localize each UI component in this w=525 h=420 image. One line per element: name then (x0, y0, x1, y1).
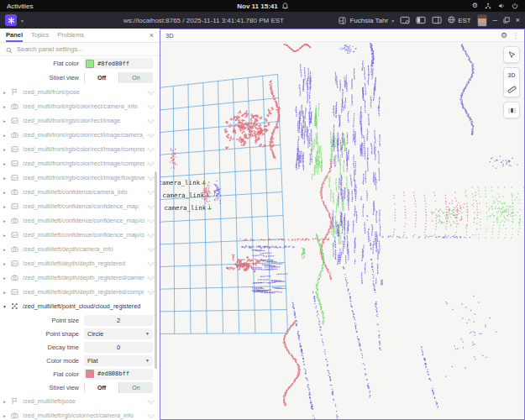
caret-right-icon[interactable]: ▸ (3, 247, 11, 252)
visibility-icon[interactable] (144, 398, 155, 404)
avatar[interactable] (477, 14, 487, 27)
caret-right-icon[interactable]: ▸ (3, 261, 11, 266)
toggle-on[interactable]: On (119, 382, 153, 393)
topic-row[interactable]: ▸/zed_multi/front/rgb/color/rect/camera_… (0, 99, 160, 113)
timezone-indicator[interactable]: EST (448, 16, 471, 25)
toggle-off[interactable]: Off (84, 382, 119, 393)
caret-right-icon[interactable]: ▸ (3, 147, 11, 152)
chevron-down-icon: ▼ (145, 358, 150, 363)
setting-label: Flat color (0, 60, 84, 67)
topic-path: /zed_multi/left/confidence/confidence_ma… (23, 231, 144, 239)
camera-icon (11, 102, 22, 110)
visibility-icon[interactable] (144, 132, 155, 138)
caret-right-icon[interactable]: ▸ (3, 204, 11, 209)
topic-row[interactable]: ▸/zed_multi/front/rgb/color/rect/image (0, 113, 160, 128)
topic-row[interactable]: ▸/zed_multi/left/depth/depth_registered/… (0, 285, 160, 299)
caret-right-icon[interactable]: ▸ (3, 90, 11, 95)
caret-right-icon[interactable]: ▸ (3, 104, 11, 109)
panel-add-icon[interactable] (400, 16, 410, 24)
visibility-icon[interactable] (144, 146, 155, 152)
image-icon (11, 202, 22, 210)
3d-mode-button[interactable]: 3D (504, 68, 519, 82)
topic-row[interactable]: ▸/zed_multi/left/depth/camera_info (0, 242, 160, 256)
caret-right-icon[interactable]: ▸ (3, 290, 11, 295)
visibility-icon[interactable] (144, 103, 155, 109)
user-menu[interactable]: Fuchsia Tahr ▾ (339, 17, 394, 24)
settings-tray-icon[interactable]: ⚙ (472, 3, 478, 9)
caret-right-icon[interactable]: ▸ (3, 233, 11, 238)
visibility-icon[interactable] (144, 118, 155, 123)
sidebar-close-icon[interactable]: × (150, 32, 154, 39)
3d-panel[interactable]: 3D ⚙ ⋮ camera_linkcamera_linkcamera_link… (160, 29, 525, 420)
topic-row[interactable]: ▸/zed_multi/left/confidence/confidence_m… (0, 199, 160, 213)
app-menu-chevron-icon[interactable]: ▾ (21, 18, 24, 24)
color-swatch[interactable] (86, 370, 94, 378)
topic-row[interactable]: ▸/zed_multi/left/rgb/color/rect/camera_i… (0, 408, 160, 420)
topic-row[interactable]: ▸/zed_multi/left/confidence/camera_info (0, 185, 160, 199)
stixel-toggle[interactable]: OffOn (84, 382, 153, 393)
topic-row[interactable]: ▸/zed_multi/left/pose (0, 394, 160, 408)
close-icon[interactable]: × (516, 17, 520, 24)
visibility-icon[interactable] (144, 160, 155, 166)
caret-right-icon[interactable]: ▸ (3, 118, 11, 123)
topic-row[interactable]: ▸/zed_multi/front/pose (0, 85, 160, 99)
topic-row[interactable]: ▸/zed_multi/front/rgb/color/rect/image/c… (0, 156, 160, 171)
topic-row[interactable]: ▸/zed_multi/front/rgb/color/rect/image/c… (0, 142, 160, 156)
clock[interactable]: Nov 11 15:41 (237, 3, 277, 10)
network-tray-icon[interactable] (485, 3, 491, 9)
caret-right-icon[interactable]: ▸ (3, 218, 11, 223)
stixel-toggle[interactable]: OffOn (84, 72, 153, 83)
color-input[interactable]: #ed808bff (84, 369, 153, 380)
caret-right-icon[interactable]: ▸ (3, 133, 11, 138)
volume-tray-icon[interactable] (498, 3, 505, 9)
power-tray-icon[interactable] (512, 3, 518, 9)
connection-status[interactable]: ws://localhost:8765 / 2025-11-11 3:41:41… (101, 17, 307, 24)
tab-problems[interactable]: Problems (57, 29, 84, 42)
search-panel-settings[interactable]: Search panel settings... (0, 43, 160, 56)
topic-path: /zed_multi/front/rgb/color/rect/image/co… (23, 145, 144, 153)
activities-button[interactable]: Activities (7, 3, 34, 10)
topic-row[interactable]: ▸/zed_multi/left/depth/depth_registered (0, 256, 160, 270)
topic-row[interactable]: ▾/zed_multi/left/point_cloud/cloud_regis… (0, 299, 160, 313)
color-swatch[interactable] (86, 60, 94, 68)
visibility-icon[interactable] (144, 412, 155, 418)
3d-scene[interactable]: camera_linkcamera_linkcamera_link 3D (160, 42, 524, 419)
toggle-off[interactable]: Off (84, 72, 119, 83)
caret-right-icon[interactable]: ▸ (3, 413, 11, 418)
panel-settings-gear-icon[interactable]: ⚙ (501, 32, 507, 39)
topic-row[interactable]: ▸/zed_multi/front/rgb/color/rect/image/c… (0, 128, 160, 142)
caret-down-icon[interactable]: ▾ (3, 304, 11, 309)
topic-row[interactable]: ▸/zed_multi/front/rgb/color/rect/image/f… (0, 171, 160, 185)
select-input[interactable]: Flat▼ (84, 355, 153, 366)
color-input[interactable]: #8fed80ff (84, 58, 153, 69)
topic-row[interactable]: ▸/zed_multi/left/confidence/confidence_m… (0, 213, 160, 228)
measure-button[interactable] (504, 82, 519, 97)
panel-menu-icon[interactable]: ⋮ (512, 32, 519, 39)
tab-panel[interactable]: Panel (6, 29, 23, 42)
publish-pose-button[interactable] (503, 46, 520, 63)
right-sidebar-toggle-icon[interactable] (432, 16, 442, 24)
sidebar-scrollbar[interactable] (155, 171, 157, 369)
restore-icon[interactable] (503, 17, 510, 24)
frame-label: camera_link (163, 192, 211, 199)
frame-label-text: camera_link (165, 204, 207, 212)
pointcloud-canvas[interactable] (160, 42, 524, 419)
number-input[interactable]: 0 (84, 342, 153, 353)
caret-right-icon[interactable]: ▸ (3, 190, 11, 195)
topic-row[interactable]: ▸/zed_multi/left/confidence/confidence_m… (0, 228, 160, 242)
tab-topics[interactable]: Topics (31, 29, 49, 42)
left-sidebar-toggle-icon[interactable] (416, 16, 426, 24)
toggle-on[interactable]: On (119, 72, 153, 83)
select-input[interactable]: Circle▼ (84, 328, 153, 339)
caret-right-icon[interactable]: ▸ (3, 399, 11, 404)
sync-camera-button[interactable] (503, 102, 520, 118)
foxglove-logo[interactable] (5, 14, 17, 26)
minimize-icon[interactable]: – (493, 17, 497, 24)
caret-right-icon[interactable]: ▸ (3, 276, 11, 281)
number-input[interactable]: 2 (84, 315, 153, 326)
caret-right-icon[interactable]: ▸ (3, 176, 11, 181)
setting-row: Stixel viewOffOn (0, 381, 160, 394)
visibility-icon[interactable] (144, 89, 155, 95)
caret-right-icon[interactable]: ▸ (3, 161, 11, 166)
topic-row[interactable]: ▸/zed_multi/left/depth/depth_registered/… (0, 270, 160, 285)
